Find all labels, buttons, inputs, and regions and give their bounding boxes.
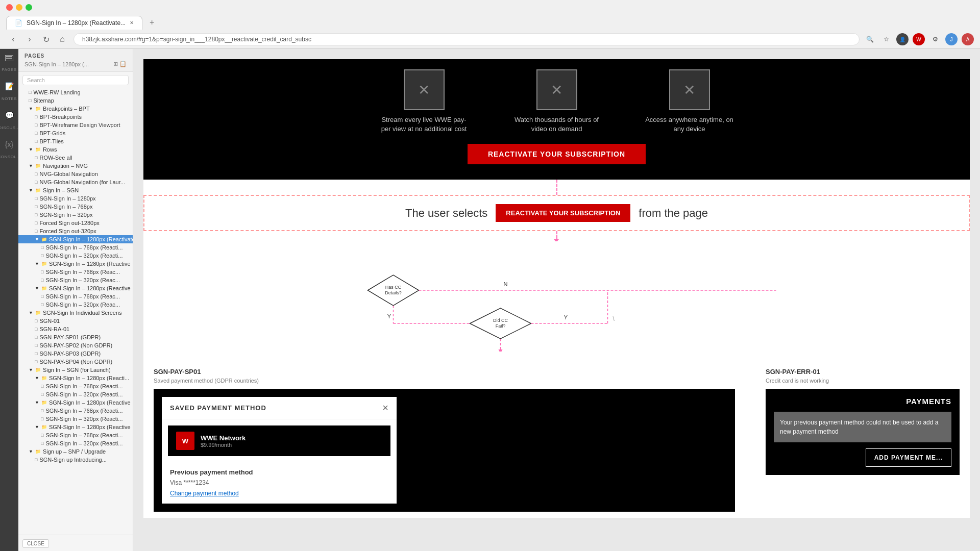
- user-icon[interactable]: J: [945, 33, 958, 45]
- sidebar-folder-individual[interactable]: ▼ 📁 SGN-Sign In Individual Screens: [18, 309, 133, 317]
- has-cc-label: Has CC: [385, 285, 402, 290]
- tree-item-label: SGN-Sign In – 768px (Reacti...: [45, 408, 122, 414]
- sidebar-item-sgn-320-react[interactable]: □ SGN-Sign In – 320px (Reacti...: [18, 252, 133, 260]
- sidebar-item-nvg-global-laur[interactable]: □ NVG-Global Navigation (for Laur...: [18, 178, 133, 186]
- sidebar-item-launch2-768[interactable]: □ SGN-Sign In – 768px (Reacti...: [18, 407, 133, 415]
- tree-item-label: SGN-PAY-SP04 (Non GDPR): [39, 359, 112, 365]
- sidebar-item-sgn-1280[interactable]: □ SGN-Sign In – 1280px: [18, 194, 133, 203]
- sidebar-item-bpt-grids[interactable]: □ BPT-Grids: [18, 129, 133, 137]
- sidebar-item-bpt-wireframe[interactable]: □ BPT-Wireframe Design Viewport: [18, 121, 133, 129]
- sidebar-search[interactable]: Search: [22, 75, 129, 85]
- sidebar-item-sitemap[interactable]: □ Sitemap: [18, 96, 133, 105]
- sidebar-item-sgn2-320[interactable]: □ SGN-Sign In – 320px (Reac...: [18, 276, 133, 284]
- sidebar-item-forced-320[interactable]: □ Forced Sign out-320px: [18, 227, 133, 235]
- page-icon: □: [35, 155, 37, 160]
- sidebar-tree: □ WWE-RW Landing □ Sitemap ▼ 📁 Breakpoin…: [18, 88, 133, 535]
- close-window-button[interactable]: [6, 4, 13, 11]
- tree-item-label: SGN-Sign In – 1280px (Reactive: [49, 285, 131, 291]
- sidebar-folder-nvg[interactable]: ▼ 📁 Navigation – NVG: [18, 162, 133, 170]
- page-icon: □: [35, 204, 37, 209]
- canvas-area: ✕ Stream every live WWE pay-per view at …: [133, 49, 980, 551]
- wwe-features: ✕ Stream every live WWE pay-per view at …: [378, 69, 736, 134]
- url-bar[interactable]: h38zjk.axshare.com/#g=1&p=sgn-sign_in___…: [74, 33, 860, 45]
- sidebar-folder-rows[interactable]: ▼ 📁 Rows: [18, 145, 133, 154]
- wwe-network-header: W WWE Network $9.99/month: [168, 425, 390, 456]
- console-icon[interactable]: {x}: [3, 138, 15, 151]
- sidebar-item-pay-sp03[interactable]: □ SGN-PAY-SP03 (GDPR): [18, 349, 133, 358]
- sidebar-folder-launch2[interactable]: ▼ 📁 SGN-Sign In – 1280px (Reactive: [18, 398, 133, 407]
- sidebar-item-bpt-breakpoints[interactable]: □ BPT-Breakpoints: [18, 113, 133, 121]
- minimize-window-button[interactable]: [16, 4, 22, 11]
- payments-panel: PAYMENTS Your previous payment method co…: [766, 389, 960, 475]
- sidebar-folder-sgn[interactable]: ▼ 📁 Sign In – SGN: [18, 186, 133, 194]
- sidebar-item-sgn-320[interactable]: □ SGN-Sign In – 320px: [18, 211, 133, 219]
- page-icon: □: [29, 90, 31, 95]
- modal-title: SAVED PAYMENT METHOD: [170, 404, 266, 412]
- sidebar-item-sgn2-768[interactable]: □ SGN-Sign In – 768px (Reac...: [18, 268, 133, 276]
- new-tab-button[interactable]: +: [144, 15, 159, 30]
- maximize-window-button[interactable]: [26, 4, 32, 11]
- search-icon[interactable]: 🔍: [864, 33, 876, 45]
- feature3-icon-box: ✕: [669, 69, 710, 110]
- back-button[interactable]: ‹: [6, 32, 20, 46]
- sidebar-item-pay-sp01[interactable]: □ SGN-PAY-SP01 (GDPR): [18, 333, 133, 341]
- tree-item-label: SGN-PAY-SP03 (GDPR): [39, 350, 101, 357]
- sidebar-item-sgn-768-react[interactable]: □ SGN-Sign In – 768px (Reacti...: [18, 243, 133, 252]
- sidebar-item-launch-1280[interactable]: ▼ 📁 SGN-Sign In – 1280px (Reacti...: [18, 374, 133, 382]
- flow-reactivate-button[interactable]: REACTIVATE YOUR SUBSCRIPTION: [496, 204, 630, 222]
- page-icon: □: [41, 408, 43, 413]
- home-button[interactable]: ⌂: [55, 32, 69, 46]
- payments-title: PAYMENTS: [774, 397, 951, 406]
- sidebar-folder-bpt[interactable]: ▼ 📁 Breakpoints – BPT: [18, 105, 133, 113]
- sidebar-folder-sgn-react2[interactable]: ▼ 📁 SGN-Sign In – 1280px (Reactive: [18, 260, 133, 268]
- sidebar-item-wwe-rw[interactable]: □ WWE-RW Landing: [18, 88, 133, 96]
- page-icon: □: [41, 416, 43, 421]
- active-tab[interactable]: 📄 SGN-Sign In – 1280px (Reactivate... ✕: [6, 16, 142, 30]
- reactivate-subscription-button[interactable]: REACTIVATE YOUR SUBSCRIPTION: [468, 144, 646, 164]
- extension-icon[interactable]: W: [913, 33, 925, 45]
- sidebar-item-launch-320[interactable]: □ SGN-Sign In – 320px (Reacti...: [18, 390, 133, 398]
- sidebar-folder-signup[interactable]: ▼ 📁 Sign up – SNP / Upgrade: [18, 447, 133, 456]
- sidebar-item-sgn3-768[interactable]: □ SGN-Sign In – 768px (Reac...: [18, 292, 133, 300]
- sidebar-item-launch2-320[interactable]: □ SGN-Sign In – 320px (Reacti...: [18, 415, 133, 423]
- close-button[interactable]: CLOSE: [22, 539, 49, 548]
- tree-item-label: BPT-Breakpoints: [39, 114, 82, 120]
- add-payment-button[interactable]: ADD PAYMENT ME...: [866, 448, 951, 467]
- reload-button[interactable]: ↻: [39, 32, 53, 46]
- sidebar-item-bpt-tiles[interactable]: □ BPT-Tiles: [18, 137, 133, 145]
- sidebar-item-sgn-ra-01[interactable]: □ SGN-RA-01: [18, 325, 133, 333]
- profile-icon[interactable]: 👤: [896, 33, 909, 45]
- extensions-icon[interactable]: ⚙: [929, 33, 941, 45]
- page-icon: □: [35, 220, 37, 226]
- sidebar-folder-launch3[interactable]: ▼ 📁 SGN-Sign In – 1280px (Reactive: [18, 423, 133, 431]
- bookmark-icon[interactable]: ☆: [880, 33, 892, 45]
- change-payment-link[interactable]: Change payment method: [170, 490, 239, 497]
- sidebar-item-pay-sp04[interactable]: □ SGN-PAY-SP04 (Non GDPR): [18, 358, 133, 366]
- sidebar-item-forced-1280[interactable]: □ Forced Sign out-1280px: [18, 219, 133, 227]
- tab-close-button[interactable]: ✕: [130, 20, 134, 26]
- folder-arrow-icon: ▼: [29, 367, 33, 372]
- sidebar-item-pay-sp02[interactable]: □ SGN-PAY-SP02 (Non GDPR): [18, 341, 133, 349]
- sidebar-item-sgn-intro[interactable]: □ SGN-Sign up Introducing...: [18, 456, 133, 464]
- sidebar-item-launch3-768[interactable]: □ SGN-Sign In – 768px (Reacti...: [18, 431, 133, 439]
- sidebar-item-sgn-reactivate-active[interactable]: ▼ 📁 SGN-Sign In – 1280px (Reactivate: [18, 235, 133, 243]
- page-icon: □: [35, 114, 37, 119]
- sidebar-item-row-see-all[interactable]: □ ROW-See all: [18, 154, 133, 162]
- forward-button[interactable]: ›: [22, 32, 37, 46]
- sidebar-item-nvg-global[interactable]: □ NVG-Global Navigation: [18, 170, 133, 178]
- sidebar-item-sgn3-320[interactable]: □ SGN-Sign In – 320px (Reac...: [18, 300, 133, 309]
- sidebar-item-launch3-320[interactable]: □ SGN-Sign In – 320px (Reacti...: [18, 439, 133, 447]
- notes-icon[interactable]: 📝: [3, 80, 16, 92]
- tab-title: SGN-Sign In – 1280px (Reactivate...: [27, 19, 126, 27]
- tab-favicon: 📄: [15, 19, 22, 27]
- sidebar-item-launch-768[interactable]: □ SGN-Sign In – 768px (Reacti...: [18, 382, 133, 390]
- pages-icon[interactable]: [3, 53, 15, 63]
- sidebar-folder-sgn-launch[interactable]: ▼ 📁 Sign In – SGN (for Launch): [18, 366, 133, 374]
- modal-close-button[interactable]: ×: [382, 402, 388, 414]
- sidebar-folder-sgn-react3[interactable]: ▼ 📁 SGN-Sign In – 1280px (Reactive: [18, 284, 133, 292]
- account-icon[interactable]: A: [962, 33, 974, 45]
- discuss-icon[interactable]: 💬: [3, 109, 16, 121]
- wwe-price: $9.99/month: [201, 442, 246, 448]
- sidebar-item-sgn-768[interactable]: □ SGN-Sign In – 768px: [18, 203, 133, 211]
- sidebar-item-sgn-01[interactable]: □ SGN-01: [18, 317, 133, 325]
